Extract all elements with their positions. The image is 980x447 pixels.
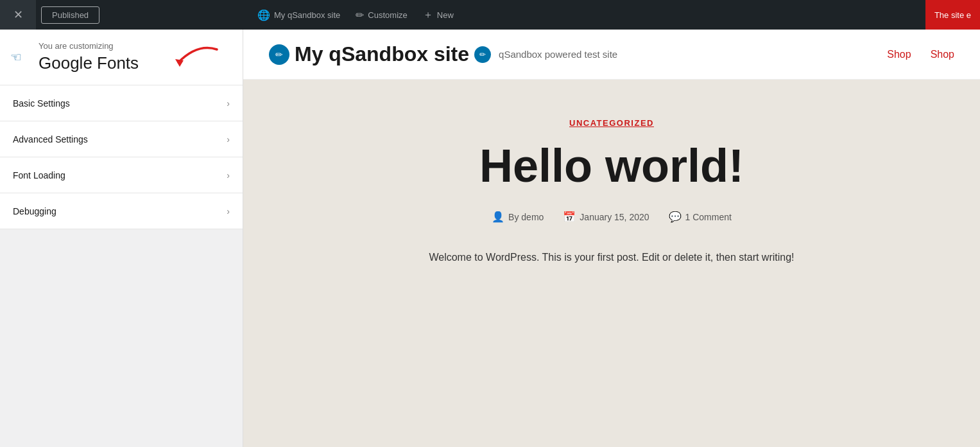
nav-shop-2[interactable]: Shop bbox=[931, 49, 954, 60]
customizer-sidebar: ☜ You are customizing Google Fonts Basic… bbox=[0, 30, 243, 447]
nav-shop-1[interactable]: Shop bbox=[887, 49, 911, 60]
post-area: UNCATEGORIZED Hello world! 👤 By demo 📅 J… bbox=[323, 80, 900, 304]
admin-bar-right: 🌐 My qSandbox site ✏ Customize ＋ New bbox=[243, 0, 980, 30]
debugging-label: Debugging bbox=[13, 206, 56, 216]
sidebar-item-advanced-settings[interactable]: Advanced Settings › bbox=[0, 121, 243, 157]
published-button[interactable]: Published bbox=[41, 6, 99, 24]
edit-tagline-button[interactable]: ✏ bbox=[474, 46, 491, 63]
red-arrow-icon bbox=[172, 40, 223, 74]
site-nav: Shop Shop bbox=[887, 49, 954, 60]
sidebar-menu: Basic Settings › Advanced Settings › Fon… bbox=[0, 85, 243, 447]
site-link[interactable]: 🌐 My qSandbox site bbox=[250, 0, 348, 30]
cursor-icon: ☜ bbox=[10, 49, 22, 65]
post-category: UNCATEGORIZED bbox=[387, 118, 836, 128]
sidebar-item-debugging[interactable]: Debugging › bbox=[0, 193, 243, 229]
chevron-right-icon: › bbox=[227, 206, 230, 216]
customize-link[interactable]: ✏ Customize bbox=[348, 0, 415, 30]
site-alert-label: The site e bbox=[925, 0, 980, 30]
sidebar-item-font-loading[interactable]: Font Loading › bbox=[0, 157, 243, 193]
plus-icon: ＋ bbox=[423, 8, 433, 22]
post-comments-label: 1 Comment bbox=[685, 212, 732, 222]
post-comments: 💬 1 Comment bbox=[669, 211, 732, 223]
chevron-right-icon: › bbox=[227, 170, 230, 180]
site-preview: ✏ My qSandbox site ✏ qSandbox powered te… bbox=[243, 30, 980, 447]
post-title: Hello world! bbox=[387, 141, 836, 191]
svg-marker-0 bbox=[175, 59, 184, 67]
chevron-right-icon: › bbox=[227, 134, 230, 145]
site-title: My qSandbox site bbox=[295, 42, 469, 66]
post-content: Welcome to WordPress. This is your first… bbox=[387, 249, 836, 266]
admin-bar-left: ✕ Published bbox=[0, 0, 243, 30]
new-link[interactable]: ＋ New bbox=[415, 0, 461, 30]
post-date: 📅 January 15, 2020 bbox=[563, 211, 649, 223]
site-link-label: My qSandbox site bbox=[274, 10, 340, 20]
post-author-label: By demo bbox=[508, 212, 544, 222]
site-header: ✏ My qSandbox site ✏ qSandbox powered te… bbox=[243, 30, 980, 80]
close-button[interactable]: ✕ bbox=[0, 0, 36, 30]
main-area: ☜ You are customizing Google Fonts Basic… bbox=[0, 30, 980, 447]
customize-icon: ✏ bbox=[356, 9, 364, 21]
site-tagline: qSandbox powered test site bbox=[499, 49, 617, 60]
post-author: 👤 By demo bbox=[492, 211, 544, 223]
basic-settings-label: Basic Settings bbox=[13, 98, 70, 109]
comment-icon: 💬 bbox=[669, 211, 682, 223]
chevron-right-icon: › bbox=[227, 98, 230, 109]
post-meta: 👤 By demo 📅 January 15, 2020 💬 1 Comment bbox=[387, 211, 836, 223]
edit-title-button[interactable]: ✏ bbox=[269, 44, 289, 65]
calendar-icon: 📅 bbox=[563, 211, 576, 223]
site-title-area: ✏ My qSandbox site ✏ qSandbox powered te… bbox=[269, 42, 617, 66]
sidebar-header: ☜ You are customizing Google Fonts bbox=[0, 30, 243, 85]
font-loading-label: Font Loading bbox=[13, 170, 65, 180]
site-icon: 🌐 bbox=[257, 9, 270, 21]
sidebar-item-basic-settings[interactable]: Basic Settings › bbox=[0, 85, 243, 121]
new-label: New bbox=[437, 10, 454, 20]
advanced-settings-label: Advanced Settings bbox=[13, 134, 88, 145]
admin-bar: ✕ Published 🌐 My qSandbox site ✏ Customi… bbox=[0, 0, 980, 30]
person-icon: 👤 bbox=[492, 211, 504, 223]
post-date-label: January 15, 2020 bbox=[580, 212, 649, 222]
customize-label: Customize bbox=[368, 10, 407, 20]
